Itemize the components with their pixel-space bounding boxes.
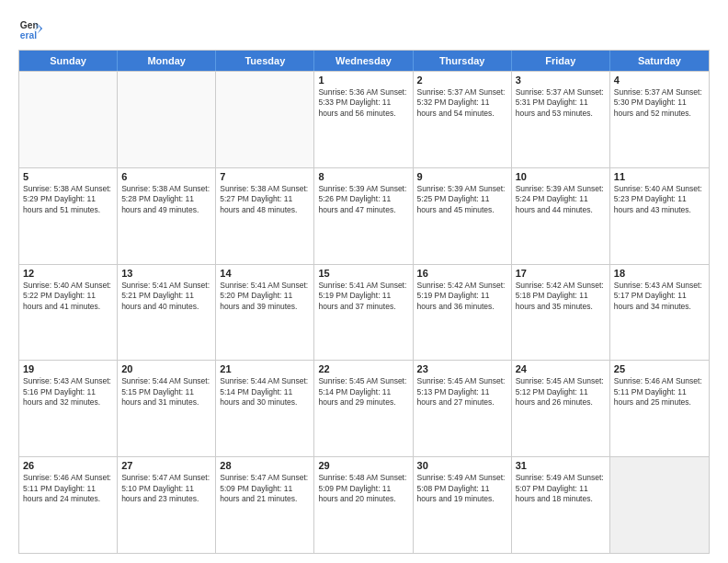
day-info: Sunrise: 5:37 AM Sunset: 5:30 PM Dayligh…	[614, 87, 705, 119]
day-info: Sunrise: 5:45 AM Sunset: 5:14 PM Dayligh…	[318, 376, 408, 408]
day-number: 14	[220, 268, 310, 279]
day-number: 11	[614, 171, 705, 182]
day-number: 29	[318, 460, 408, 471]
day-number: 7	[220, 171, 310, 182]
calendar-cell-empty-0-2	[216, 72, 314, 167]
calendar-cell-9: 9Sunrise: 5:39 AM Sunset: 5:25 PM Daylig…	[414, 168, 512, 264]
day-info: Sunrise: 5:44 AM Sunset: 5:15 PM Dayligh…	[121, 376, 211, 408]
calendar-cell-20: 20Sunrise: 5:44 AM Sunset: 5:15 PM Dayli…	[118, 361, 216, 456]
calendar-cell-18: 18Sunrise: 5:43 AM Sunset: 5:17 PM Dayli…	[610, 265, 709, 361]
day-number: 12	[23, 268, 113, 279]
calendar-cell-5: 5Sunrise: 5:38 AM Sunset: 5:29 PM Daylig…	[19, 168, 118, 264]
day-info: Sunrise: 5:42 AM Sunset: 5:18 PM Dayligh…	[516, 281, 606, 312]
day-info: Sunrise: 5:38 AM Sunset: 5:27 PM Dayligh…	[220, 184, 310, 215]
calendar-body: 1Sunrise: 5:36 AM Sunset: 5:33 PM Daylig…	[19, 71, 709, 553]
day-number: 24	[516, 363, 606, 374]
day-number: 15	[318, 268, 408, 279]
day-header-monday: Monday	[118, 51, 216, 71]
page: Gen eral SundayMondayTuesdayWednesdayThu…	[0, 0, 728, 563]
day-number: 21	[220, 363, 310, 374]
calendar-cell-24: 24Sunrise: 5:45 AM Sunset: 5:12 PM Dayli…	[512, 361, 610, 456]
calendar-cell-empty-0-0	[19, 72, 118, 167]
logo-icon: Gen eral	[18, 17, 44, 42]
day-info: Sunrise: 5:38 AM Sunset: 5:28 PM Dayligh…	[121, 184, 211, 215]
calendar-cell-26: 26Sunrise: 5:46 AM Sunset: 5:11 PM Dayli…	[19, 457, 118, 553]
day-number: 25	[614, 363, 705, 374]
calendar-cell-7: 7Sunrise: 5:38 AM Sunset: 5:27 PM Daylig…	[216, 168, 314, 264]
day-info: Sunrise: 5:43 AM Sunset: 5:16 PM Dayligh…	[23, 376, 113, 408]
day-number: 2	[417, 75, 507, 86]
calendar-row-3: 12Sunrise: 5:40 AM Sunset: 5:22 PM Dayli…	[19, 264, 709, 361]
calendar-cell-19: 19Sunrise: 5:43 AM Sunset: 5:16 PM Dayli…	[19, 361, 118, 456]
day-header-tuesday: Tuesday	[216, 51, 314, 71]
day-info: Sunrise: 5:39 AM Sunset: 5:26 PM Dayligh…	[318, 184, 408, 215]
calendar: SundayMondayTuesdayWednesdayThursdayFrid…	[18, 50, 710, 554]
day-number: 9	[417, 171, 507, 182]
day-info: Sunrise: 5:41 AM Sunset: 5:21 PM Dayligh…	[121, 281, 211, 312]
day-number: 3	[516, 75, 606, 86]
day-info: Sunrise: 5:45 AM Sunset: 5:13 PM Dayligh…	[417, 376, 507, 408]
calendar-cell-22: 22Sunrise: 5:45 AM Sunset: 5:14 PM Dayli…	[314, 361, 413, 456]
day-info: Sunrise: 5:48 AM Sunset: 5:09 PM Dayligh…	[318, 473, 408, 504]
calendar-cell-6: 6Sunrise: 5:38 AM Sunset: 5:28 PM Daylig…	[118, 168, 216, 264]
calendar-cell-empty-4-6	[610, 457, 709, 553]
day-info: Sunrise: 5:49 AM Sunset: 5:08 PM Dayligh…	[417, 473, 507, 504]
calendar-cell-30: 30Sunrise: 5:49 AM Sunset: 5:08 PM Dayli…	[414, 457, 512, 553]
calendar-row-4: 19Sunrise: 5:43 AM Sunset: 5:16 PM Dayli…	[19, 360, 709, 456]
day-info: Sunrise: 5:49 AM Sunset: 5:07 PM Dayligh…	[516, 473, 606, 504]
day-number: 26	[23, 460, 113, 471]
calendar-cell-17: 17Sunrise: 5:42 AM Sunset: 5:18 PM Dayli…	[512, 265, 610, 361]
day-info: Sunrise: 5:47 AM Sunset: 5:09 PM Dayligh…	[220, 473, 310, 504]
logo: Gen eral	[18, 17, 48, 42]
calendar-cell-12: 12Sunrise: 5:40 AM Sunset: 5:22 PM Dayli…	[19, 265, 118, 361]
day-info: Sunrise: 5:43 AM Sunset: 5:17 PM Dayligh…	[614, 281, 705, 312]
calendar-cell-15: 15Sunrise: 5:41 AM Sunset: 5:19 PM Dayli…	[314, 265, 413, 361]
calendar-cell-10: 10Sunrise: 5:39 AM Sunset: 5:24 PM Dayli…	[512, 168, 610, 264]
day-number: 1	[318, 75, 408, 86]
calendar-cell-29: 29Sunrise: 5:48 AM Sunset: 5:09 PM Dayli…	[314, 457, 413, 553]
calendar-cell-21: 21Sunrise: 5:44 AM Sunset: 5:14 PM Dayli…	[216, 361, 314, 456]
calendar-cell-3: 3Sunrise: 5:37 AM Sunset: 5:31 PM Daylig…	[512, 72, 610, 167]
calendar-cell-13: 13Sunrise: 5:41 AM Sunset: 5:21 PM Dayli…	[118, 265, 216, 361]
day-info: Sunrise: 5:38 AM Sunset: 5:29 PM Dayligh…	[23, 184, 113, 215]
day-number: 10	[516, 171, 606, 182]
calendar-cell-28: 28Sunrise: 5:47 AM Sunset: 5:09 PM Dayli…	[216, 457, 314, 553]
day-number: 23	[417, 363, 507, 374]
day-info: Sunrise: 5:40 AM Sunset: 5:22 PM Dayligh…	[23, 281, 113, 312]
day-info: Sunrise: 5:39 AM Sunset: 5:25 PM Dayligh…	[417, 184, 507, 215]
day-info: Sunrise: 5:44 AM Sunset: 5:14 PM Dayligh…	[220, 376, 310, 408]
calendar-cell-empty-0-1	[118, 72, 216, 167]
day-number: 18	[614, 268, 705, 279]
day-header-sunday: Sunday	[19, 51, 118, 71]
day-info: Sunrise: 5:45 AM Sunset: 5:12 PM Dayligh…	[516, 376, 606, 408]
calendar-cell-1: 1Sunrise: 5:36 AM Sunset: 5:33 PM Daylig…	[314, 72, 413, 167]
day-info: Sunrise: 5:37 AM Sunset: 5:31 PM Dayligh…	[516, 87, 606, 119]
day-number: 17	[516, 268, 606, 279]
day-number: 16	[417, 268, 507, 279]
calendar-cell-8: 8Sunrise: 5:39 AM Sunset: 5:26 PM Daylig…	[314, 168, 413, 264]
day-info: Sunrise: 5:37 AM Sunset: 5:32 PM Dayligh…	[417, 87, 507, 119]
day-info: Sunrise: 5:46 AM Sunset: 5:11 PM Dayligh…	[23, 473, 113, 504]
calendar-cell-31: 31Sunrise: 5:49 AM Sunset: 5:07 PM Dayli…	[512, 457, 610, 553]
day-info: Sunrise: 5:42 AM Sunset: 5:19 PM Dayligh…	[417, 281, 507, 312]
day-number: 4	[614, 75, 705, 86]
day-info: Sunrise: 5:41 AM Sunset: 5:19 PM Dayligh…	[318, 281, 408, 312]
day-number: 8	[318, 171, 408, 182]
day-number: 5	[23, 171, 113, 182]
day-header-wednesday: Wednesday	[314, 51, 413, 71]
day-number: 13	[121, 268, 211, 279]
calendar-cell-25: 25Sunrise: 5:46 AM Sunset: 5:11 PM Dayli…	[610, 361, 709, 456]
day-info: Sunrise: 5:36 AM Sunset: 5:33 PM Dayligh…	[318, 87, 408, 119]
day-number: 27	[121, 460, 211, 471]
day-number: 6	[121, 171, 211, 182]
day-info: Sunrise: 5:40 AM Sunset: 5:23 PM Dayligh…	[614, 184, 705, 215]
day-info: Sunrise: 5:46 AM Sunset: 5:11 PM Dayligh…	[614, 376, 705, 408]
day-number: 20	[121, 363, 211, 374]
calendar-cell-16: 16Sunrise: 5:42 AM Sunset: 5:19 PM Dayli…	[414, 265, 512, 361]
day-number: 28	[220, 460, 310, 471]
calendar-row-2: 5Sunrise: 5:38 AM Sunset: 5:29 PM Daylig…	[19, 167, 709, 264]
day-info: Sunrise: 5:39 AM Sunset: 5:24 PM Dayligh…	[516, 184, 606, 215]
day-info: Sunrise: 5:41 AM Sunset: 5:20 PM Dayligh…	[220, 281, 310, 312]
header: Gen eral	[18, 17, 710, 42]
calendar-cell-2: 2Sunrise: 5:37 AM Sunset: 5:32 PM Daylig…	[414, 72, 512, 167]
